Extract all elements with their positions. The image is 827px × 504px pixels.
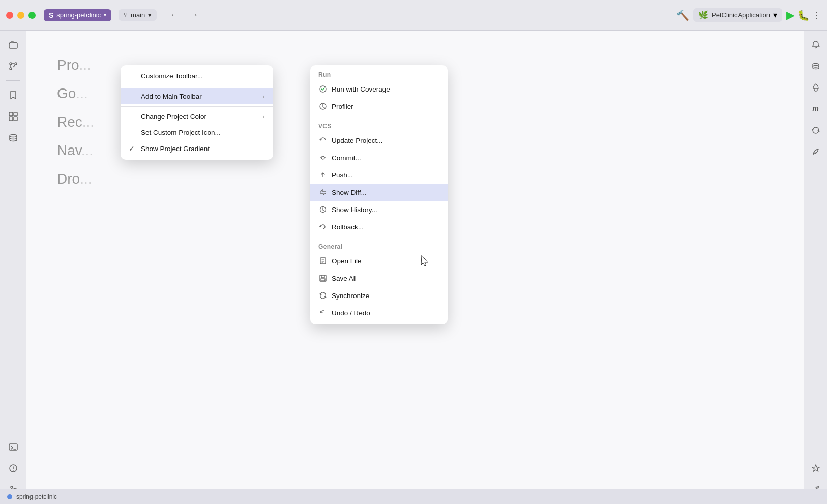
menu-label-show-gradient: Show Project Gradient: [141, 145, 210, 153]
menu-item-rollback[interactable]: Rollback...: [310, 218, 448, 235]
menu-label-custom-icon: Set Custom Project Icon...: [141, 129, 221, 136]
coverage-icon: [318, 84, 328, 94]
menu-item-add-toolbar[interactable]: Add to Main Toolbar ›: [121, 88, 273, 104]
sidebar-icon-rocket[interactable]: [807, 78, 825, 97]
debug-button[interactable]: 🐛: [797, 9, 810, 21]
sidebar-icon-warning[interactable]: [4, 459, 22, 478]
sidebar-icon-db[interactable]: [807, 57, 825, 75]
back-button[interactable]: ←: [167, 9, 182, 21]
project-selector[interactable]: S spring-petclinic ▾: [44, 9, 111, 21]
sidebar-icon-leaf[interactable]: [807, 142, 825, 161]
svg-rect-0: [9, 43, 17, 48]
branch-selector[interactable]: ⑂ main ▾: [119, 9, 157, 21]
svg-rect-5: [14, 112, 17, 116]
window-controls: [6, 12, 36, 19]
section-label-vcs: VCS: [310, 120, 448, 132]
more-button[interactable]: ⋮: [812, 10, 821, 21]
diff-icon: [318, 188, 328, 197]
menu-sep-vcs-general: [310, 238, 448, 238]
menu-item-custom-icon[interactable]: Set Custom Project Icon...: [121, 125, 273, 140]
menu-item-show-gradient[interactable]: ✓ Show Project Gradient: [121, 140, 273, 157]
close-button[interactable]: [6, 12, 13, 19]
left-context-menu: Customize Toolbar... Add to Main Toolbar…: [121, 65, 273, 160]
submenu-arrow: ›: [263, 93, 265, 100]
menu-item-show-history[interactable]: Show History...: [310, 201, 448, 218]
svg-point-3: [10, 68, 12, 70]
push-icon: [318, 170, 328, 180]
svg-point-13: [11, 486, 13, 488]
sidebar-icon-bookmark[interactable]: [4, 86, 22, 104]
menu-label-profiler: Profiler: [332, 103, 353, 110]
run-config-name: PetClinicApplication: [712, 11, 770, 19]
menu-item-synchronize[interactable]: Synchronize: [310, 287, 448, 304]
menu-sep-run-vcs: [310, 117, 448, 117]
svg-rect-24: [321, 279, 325, 281]
run-config-selector[interactable]: 🌿 PetClinicApplication ▾: [693, 8, 782, 22]
commit-icon: [318, 153, 328, 162]
branch-arrow: ▾: [148, 11, 152, 19]
sidebar-icon-terminal[interactable]: [4, 438, 22, 456]
sidebar-icon-git[interactable]: [4, 57, 22, 75]
menu-label-undo-redo: Undo / Redo: [332, 309, 370, 317]
file-icon: [318, 256, 328, 265]
menu-item-push[interactable]: Push...: [310, 166, 448, 184]
menu-label-update: Update Project...: [332, 137, 383, 144]
main-layout: Pro... Go... Rec... Nav... Dro... Custom…: [0, 31, 827, 504]
menu-item-undo-redo[interactable]: Undo / Redo: [310, 304, 448, 321]
history-icon: [318, 205, 328, 214]
sidebar-icon-refresh[interactable]: [807, 121, 825, 139]
right-context-menu: Run Run with Coverage Profiler: [310, 65, 448, 324]
project-name: spring-petclinic: [56, 11, 101, 19]
forward-button[interactable]: →: [186, 9, 201, 21]
menu-label-customize: Customize Toolbar...: [141, 72, 203, 80]
sync-icon: [318, 291, 328, 300]
run-config-arrow: ▾: [773, 10, 777, 20]
menu-item-open-file[interactable]: Open File: [310, 252, 448, 270]
menu-label-show-diff: Show Diff...: [332, 189, 367, 196]
svg-point-1: [10, 63, 12, 65]
menu-label-rollback: Rollback...: [332, 223, 364, 231]
menu-label-change-color: Change Project Color: [141, 113, 206, 121]
run-button[interactable]: ▶: [786, 9, 795, 22]
color-arrow: ›: [263, 113, 265, 121]
undo-icon: [318, 308, 328, 317]
sidebar-icon-database[interactable]: [4, 129, 22, 147]
sidebar-icon-star[interactable]: [807, 459, 825, 478]
svg-point-8: [10, 135, 17, 137]
profiler-icon: [318, 102, 328, 111]
status-indicator: [7, 494, 12, 499]
sidebar-icon-folder[interactable]: [4, 36, 22, 54]
sidebar-icon-bell[interactable]: [807, 36, 825, 54]
project-letter: S: [49, 11, 53, 19]
minimize-button[interactable]: [17, 12, 24, 19]
menu-sep-1: [121, 86, 273, 86]
project-dropdown-arrow: ▾: [104, 12, 106, 18]
menu-item-profiler[interactable]: Profiler: [310, 98, 448, 115]
menu-label-add-toolbar: Add to Main Toolbar: [141, 93, 202, 100]
menu-label-open-file: Open File: [332, 257, 362, 265]
menu-item-run-coverage[interactable]: Run with Coverage: [310, 80, 448, 98]
content-area: Pro... Go... Rec... Nav... Dro... Custom…: [26, 31, 804, 504]
build-button[interactable]: 🔨: [676, 9, 689, 21]
menu-item-save-all[interactable]: Save All: [310, 270, 448, 287]
menu-label-save-all: Save All: [332, 275, 357, 282]
sidebar-icon-widgets[interactable]: [4, 107, 22, 126]
checkmark-gradient: ✓: [129, 144, 137, 153]
menu-item-customize-toolbar[interactable]: Customize Toolbar...: [121, 68, 273, 84]
menu-item-commit[interactable]: Commit...: [310, 149, 448, 166]
menu-item-show-diff[interactable]: Show Diff...: [310, 184, 448, 201]
menu-item-change-color[interactable]: Change Project Color ›: [121, 109, 273, 125]
sidebar-icon-letter-m[interactable]: m: [807, 100, 825, 118]
menu-label-synchronize: Synchronize: [332, 292, 369, 300]
branch-icon: ⑂: [124, 11, 128, 19]
menu-item-update-project[interactable]: Update Project...: [310, 132, 448, 149]
maximize-button[interactable]: [28, 12, 36, 19]
right-sidebar: m: [804, 31, 827, 504]
svg-point-2: [15, 63, 17, 65]
nav-arrows: ← →: [167, 9, 201, 21]
bottom-project-name: spring-petclinic: [16, 493, 57, 500]
left-sidebar: [0, 31, 26, 504]
titlebar: S spring-petclinic ▾ ⑂ main ▾ ← → 🔨 🌿 Pe…: [0, 0, 827, 31]
menu-label-commit: Commit...: [332, 154, 361, 162]
menu-sep-2: [121, 106, 273, 107]
